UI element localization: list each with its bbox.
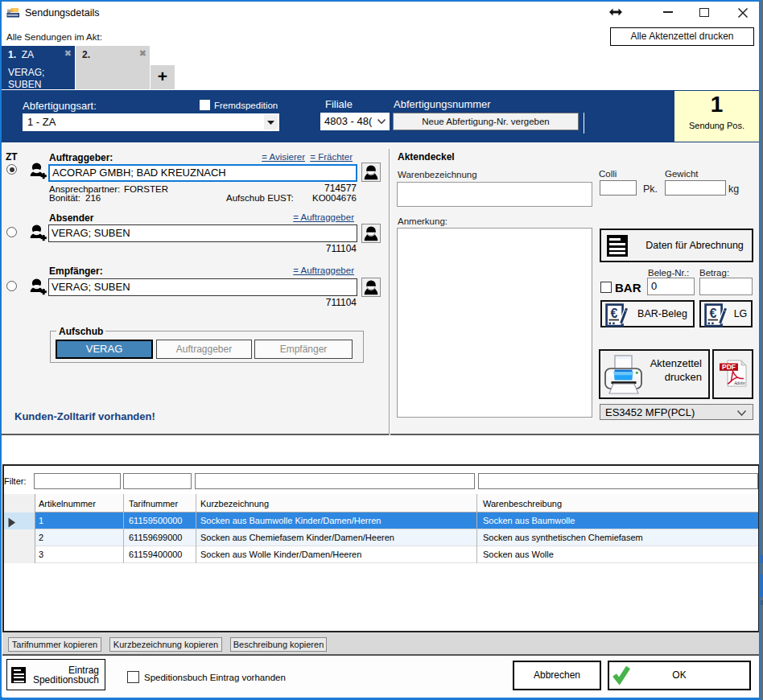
svg-text:Adobe: Adobe bbox=[733, 381, 746, 385]
svg-text:€: € bbox=[611, 307, 618, 320]
svg-text:€: € bbox=[710, 307, 717, 320]
svg-text:PDF: PDF bbox=[722, 363, 736, 371]
